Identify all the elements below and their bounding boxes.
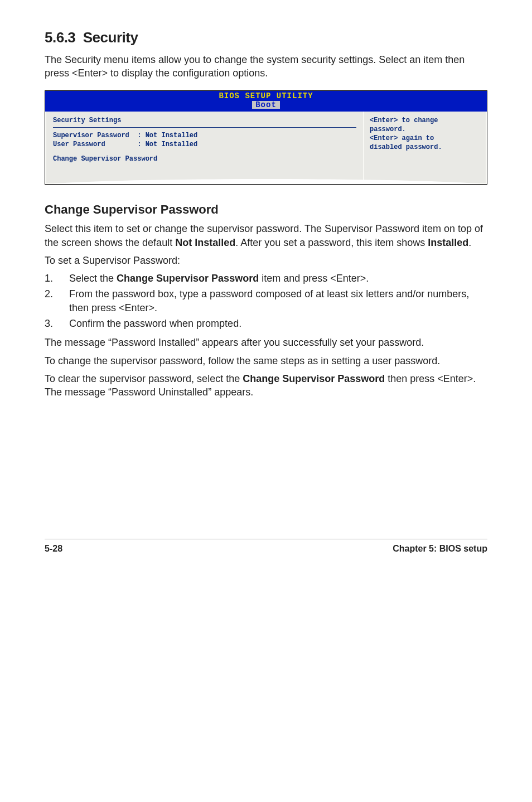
paragraph: The message “Password Installed” appears… bbox=[45, 336, 487, 349]
bios-row2-value: : Not Installed bbox=[137, 141, 197, 148]
page-number: 5-28 bbox=[45, 543, 62, 555]
text-bold: Change Supervisor Password bbox=[243, 373, 385, 384]
paragraph: Select this item to set or change the su… bbox=[45, 222, 487, 249]
bios-help-line: disabled password. bbox=[370, 143, 480, 152]
paragraph: To clear the supervisor password, select… bbox=[45, 372, 487, 399]
section-number: 5.6.3 bbox=[45, 29, 75, 46]
bios-header: BIOS SETUP UTILITY Boot bbox=[45, 91, 487, 112]
page-footer: 5-28 Chapter 5: BIOS setup bbox=[45, 539, 487, 555]
bios-row1-label: Supervisor Password bbox=[53, 132, 129, 139]
bios-help-line: password. bbox=[370, 125, 480, 134]
text-bold: Installed bbox=[428, 237, 468, 248]
bios-tab-boot: Boot bbox=[252, 101, 280, 109]
bios-help-line: <Enter> again to bbox=[370, 134, 480, 143]
subheading-change-supervisor-password: Change Supervisor Password bbox=[45, 201, 487, 218]
bios-row2-label: User Password bbox=[53, 141, 105, 148]
step-item: Confirm the password when prompted. bbox=[45, 317, 487, 330]
bios-body: Security Settings Supervisor Password : … bbox=[45, 112, 487, 184]
text-span: Select the bbox=[69, 273, 117, 284]
bios-screenshot: BIOS SETUP UTILITY Boot Security Setting… bbox=[45, 90, 487, 185]
intro-paragraph: The Security menu items allow you to cha… bbox=[45, 53, 487, 80]
text-span: To clear the supervisor password, select… bbox=[45, 373, 243, 384]
bios-title: BIOS SETUP UTILITY bbox=[45, 92, 487, 100]
bios-left-panel: Security Settings Supervisor Password : … bbox=[45, 112, 364, 184]
text-span: . bbox=[468, 237, 471, 248]
section-title: Security bbox=[83, 29, 138, 46]
bios-row-change-supervisor: Change Supervisor Password bbox=[53, 154, 356, 163]
step-item: From the password box, type a password c… bbox=[45, 287, 487, 315]
bios-section-title: Security Settings bbox=[53, 116, 356, 128]
bios-row1-value: : Not Installed bbox=[137, 132, 197, 139]
text-bold: Change Supervisor Password bbox=[117, 273, 259, 284]
bios-row-user: User Password : Not Installed bbox=[53, 140, 356, 149]
chapter-label: Chapter 5: BIOS setup bbox=[393, 543, 487, 555]
bios-help-line: <Enter> to change bbox=[370, 116, 480, 125]
text-span: item and press <Enter>. bbox=[259, 273, 369, 284]
bios-help-panel: <Enter> to change password. <Enter> agai… bbox=[364, 112, 487, 184]
bios-row-supervisor: Supervisor Password : Not Installed bbox=[53, 131, 356, 140]
step-item: Select the Change Supervisor Password it… bbox=[45, 272, 487, 285]
paragraph: To change the supervisor password, follo… bbox=[45, 354, 487, 368]
steps-list: Select the Change Supervisor Password it… bbox=[45, 272, 487, 330]
section-heading: 5.6.3 Security bbox=[45, 28, 487, 47]
text-span: . After you set a password, this item sh… bbox=[235, 237, 428, 248]
paragraph: To set a Supervisor Password: bbox=[45, 254, 487, 267]
text-bold: Not Installed bbox=[175, 237, 235, 248]
